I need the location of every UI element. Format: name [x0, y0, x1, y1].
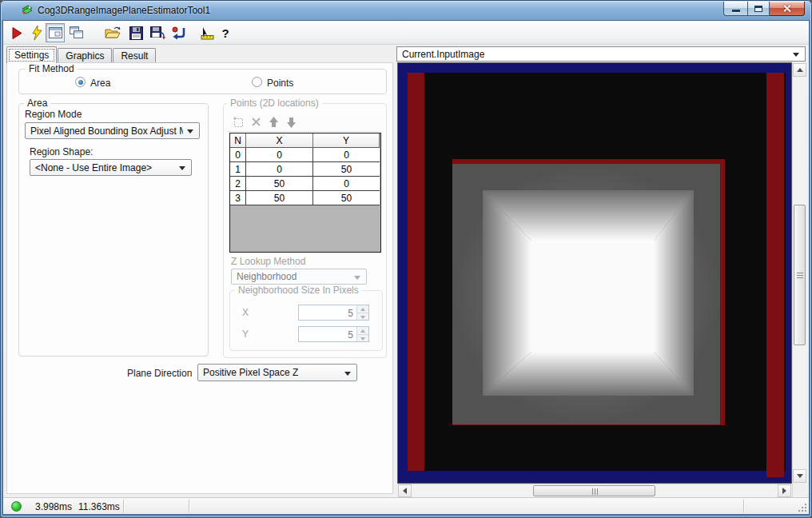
thumb-grip: [595, 488, 595, 495]
resize-grip[interactable]: [797, 502, 806, 512]
close-icon: [782, 4, 791, 13]
float-pane-button[interactable]: [66, 23, 86, 42]
image-display[interactable]: [398, 63, 791, 483]
save-button[interactable]: [126, 23, 145, 42]
thumb-grip: [797, 275, 803, 276]
help-button[interactable]: ?: [216, 23, 235, 42]
minimize-icon: [732, 10, 740, 12]
close-button[interactable]: [770, 2, 805, 16]
save-icon: [129, 26, 143, 40]
minimize-button[interactable]: [723, 2, 747, 16]
horizontal-scroll-thumb[interactable]: [533, 485, 655, 496]
neighborhood-x-value: 5: [299, 305, 356, 320]
red-band-left: [408, 73, 424, 471]
cell[interactable]: 50: [246, 191, 313, 205]
spinner-down-icon[interactable]: [357, 313, 368, 321]
window-title: Cog3DRangeImagePlaneEstimatorTool1: [38, 5, 210, 16]
table-row: 2 50 0: [230, 177, 380, 191]
move-point-up-button[interactable]: [268, 117, 279, 128]
vertical-scrollbar[interactable]: [792, 63, 806, 483]
horizontal-scrollbar[interactable]: [398, 484, 791, 497]
table-row: 3 50 50: [230, 191, 380, 205]
maximize-button[interactable]: [747, 2, 770, 16]
area-group: Area: [18, 103, 209, 357]
move-point-down-button[interactable]: [285, 117, 297, 128]
tab-settings[interactable]: Settings: [6, 46, 57, 63]
status-bar: 3.998ms 11.363ms: [3, 497, 809, 514]
run-icon: [10, 26, 23, 40]
app-icon: [21, 4, 34, 17]
reset-button[interactable]: [169, 23, 189, 42]
scroll-down-button[interactable]: [793, 469, 806, 483]
neighborhood-y-spinner[interactable]: 5: [298, 326, 369, 342]
table-row: 1 0 50: [230, 162, 380, 177]
titlebar[interactable]: Cog3DRangeImagePlaneEstimatorTool1: [0, 0, 812, 21]
open-file-button[interactable]: [103, 23, 122, 42]
plane-direction-value: Positive Pixel Space Z: [203, 367, 298, 378]
column-header: N: [230, 133, 246, 148]
add-point-button[interactable]: [233, 117, 244, 128]
red-band-right: [766, 73, 784, 477]
fit-method-area-label: Area: [90, 78, 110, 89]
scroll-right-button[interactable]: [778, 484, 791, 497]
open-file-icon: [105, 26, 121, 39]
plane-direction-label: Plane Direction: [127, 368, 192, 379]
status-separator: [743, 500, 744, 512]
z-lookup-label: Z Lookup Method: [231, 256, 305, 267]
cell[interactable]: 50: [313, 162, 380, 177]
delete-point-button[interactable]: [250, 117, 261, 128]
fit-method-label: Fit Method: [26, 63, 78, 74]
arrow-up-icon: [797, 68, 803, 72]
measure-tool-button[interactable]: [197, 23, 217, 42]
cell[interactable]: 0: [246, 162, 313, 177]
tab-result[interactable]: Result: [113, 48, 156, 63]
tool-window: Cog3DRangeImagePlaneEstimatorTool1: [0, 0, 812, 518]
save-as-icon: [150, 26, 165, 40]
spinner-up-icon[interactable]: [357, 305, 368, 313]
vertical-scroll-thumb[interactable]: [794, 205, 806, 345]
cell[interactable]: 0: [313, 177, 380, 191]
arrow-down-icon: [286, 117, 297, 128]
region-mode-label: Region Mode: [25, 109, 82, 120]
measure-tool-icon: [200, 26, 214, 40]
scroll-left-button[interactable]: [398, 484, 412, 497]
image-source-select[interactable]: Current.InputImage: [396, 46, 806, 62]
cell[interactable]: 0: [313, 148, 380, 162]
column-header: Y: [313, 133, 380, 148]
spinner-buttons[interactable]: [356, 305, 368, 320]
column-header: X: [246, 133, 313, 148]
cell[interactable]: 0: [246, 148, 313, 162]
settings-page: Fit Method Area Points Area Region Mode …: [6, 62, 393, 494]
points-toolbar: [228, 113, 382, 132]
scroll-up-button[interactable]: [793, 63, 806, 77]
region-shape-select[interactable]: <None - Use Entire Image>: [30, 159, 192, 176]
tab-label: Graphics: [66, 50, 104, 62]
tab-label: Result: [121, 50, 148, 62]
run-electric-button[interactable]: [27, 23, 46, 42]
image-pane-toggle-button[interactable]: [46, 23, 65, 42]
z-lookup-select[interactable]: Neighborhood: [231, 269, 367, 285]
tab-graphics[interactable]: Graphics: [58, 48, 112, 63]
region-mode-select[interactable]: Pixel Aligned Bounding Box Adjust Mask: [25, 122, 200, 139]
run-button[interactable]: [7, 23, 26, 42]
spinner-buttons[interactable]: [356, 327, 368, 341]
points-table: N X Y 0 0 0 1 0 50 2 50 0: [229, 133, 381, 253]
cell[interactable]: 50: [313, 191, 380, 205]
plane-patch: [452, 164, 720, 424]
cell[interactable]: 0: [230, 148, 246, 162]
fit-method-area-radio[interactable]: [75, 77, 86, 87]
cell[interactable]: 2: [230, 177, 246, 191]
float-pane-icon: [70, 26, 83, 39]
spinner-up-icon[interactable]: [357, 327, 368, 334]
region-shape-value: <None - Use Entire Image>: [35, 162, 152, 173]
chevron-down-icon: [187, 130, 193, 133]
plane-direction-select[interactable]: Positive Pixel Space Z: [197, 364, 357, 381]
fit-method-points-radio[interactable]: [252, 77, 262, 87]
neighborhood-x-spinner[interactable]: 5: [298, 305, 369, 321]
cell[interactable]: 50: [246, 177, 313, 191]
spinner-down-icon[interactable]: [357, 334, 368, 342]
region-mode-value: Pixel Aligned Bounding Box Adjust Mask: [30, 126, 183, 137]
save-as-button[interactable]: [148, 23, 167, 42]
cell[interactable]: 1: [230, 162, 246, 177]
cell[interactable]: 3: [230, 191, 246, 205]
